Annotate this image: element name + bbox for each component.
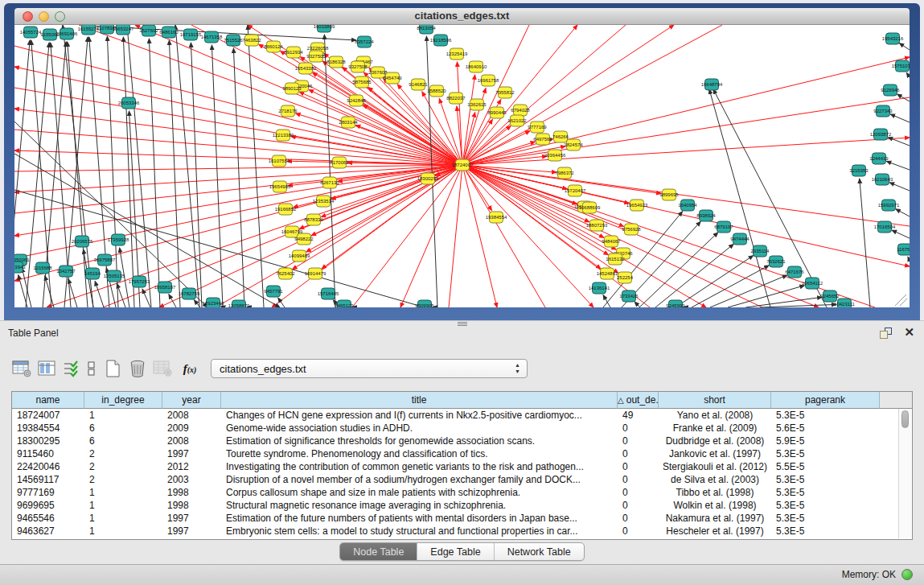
column-header-name[interactable]: name — [12, 392, 84, 409]
cell-pagerank[interactable]: 5.3E-5 — [771, 473, 880, 486]
select-all-columns-button[interactable] — [61, 359, 81, 379]
cell-title[interactable]: Corpus callosum shape and size in male p… — [221, 486, 618, 499]
column-header-pagerank[interactable]: pagerank — [771, 392, 880, 409]
cell-short[interactable]: Yano et al. (2008) — [659, 409, 771, 422]
table-row[interactable]: 969969511998Structural magnetic resonanc… — [12, 499, 898, 512]
float-panel-button[interactable] — [880, 328, 892, 339]
column-header-short[interactable]: short — [659, 392, 771, 409]
table-row[interactable]: 1830029562008Estimation of significance … — [12, 435, 898, 447]
cell-pagerank[interactable]: 5.6E-5 — [771, 422, 880, 435]
cell-year[interactable]: 2008 — [162, 435, 221, 447]
cell-out_degree[interactable]: 0 — [618, 447, 659, 460]
cell-in_degree[interactable]: 2 — [84, 460, 162, 473]
table-row[interactable]: 977716911998Corpus callosum shape and si… — [12, 486, 898, 499]
cell-name[interactable]: 9465546 — [12, 512, 84, 525]
cell-short[interactable]: de Silva et al. (2003) — [659, 473, 771, 486]
tab-network-table[interactable]: Network Table — [495, 543, 584, 560]
column-header-year[interactable]: year — [162, 392, 221, 409]
cell-short[interactable]: Franke et al. (2009) — [659, 422, 771, 435]
cell-year[interactable]: 2012 — [162, 460, 221, 473]
cell-title[interactable]: Disruption of a novel member of a sodium… — [221, 473, 618, 486]
cell-in_degree[interactable]: 1 — [84, 486, 162, 499]
cell-name[interactable]: 19384554 — [12, 422, 84, 435]
cell-title[interactable]: Investigating the contribution of common… — [221, 460, 618, 473]
cell-short[interactable]: Stergiakouli et al. (2012) — [659, 460, 771, 473]
function-builder-button[interactable]: f(x) — [177, 362, 203, 376]
table-selector-dropdown[interactable]: citations_edges.txt ▲▼ — [211, 359, 528, 378]
cell-name[interactable]: 18724007 — [12, 409, 84, 422]
cell-name[interactable]: 9777169 — [12, 486, 84, 499]
cell-out_degree[interactable]: 0 — [618, 473, 659, 486]
cell-title[interactable]: Estimation of significance thresholds fo… — [221, 435, 618, 447]
cell-short[interactable]: Wolkin et al. (1998) — [659, 499, 771, 512]
cell-pagerank[interactable]: 5.3E-5 — [771, 486, 880, 499]
cell-in_degree[interactable]: 1 — [84, 499, 162, 512]
cell-in_degree[interactable]: 1 — [84, 512, 162, 525]
cell-name[interactable]: 9699695 — [12, 499, 84, 512]
cell-in_degree[interactable]: 1 — [84, 525, 162, 538]
cell-year[interactable]: 1997 — [162, 525, 221, 538]
cell-name[interactable]: 22420046 — [12, 460, 84, 473]
cell-out_degree[interactable]: 0 — [618, 499, 659, 512]
cell-name[interactable]: 18300295 — [12, 435, 84, 447]
delete-table-button[interactable] — [152, 359, 172, 379]
cell-name[interactable]: 9115460 — [12, 447, 84, 460]
cell-out_degree[interactable]: 0 — [618, 486, 659, 499]
table-row[interactable]: 1456911722003Disruption of a novel membe… — [12, 473, 898, 486]
show-columns-button[interactable] — [36, 359, 56, 379]
table-row[interactable]: 911546021997Tourette syndrome. Phenomeno… — [12, 447, 898, 460]
unselect-columns-button[interactable] — [86, 359, 97, 379]
cell-out_degree[interactable]: 0 — [618, 422, 659, 435]
cell-short[interactable]: Dudbridge et al. (2008) — [659, 435, 771, 447]
cell-year[interactable]: 2003 — [162, 473, 221, 486]
cell-in_degree[interactable]: 6 — [84, 422, 162, 435]
column-header-title[interactable]: title — [221, 392, 618, 409]
cell-in_degree[interactable]: 6 — [84, 435, 162, 447]
cell-in_degree[interactable]: 2 — [84, 473, 162, 486]
network-graph-canvas[interactable]: 1872400714055724915506120691406161552762… — [14, 25, 910, 307]
cell-pagerank[interactable]: 5.3E-5 — [771, 499, 880, 512]
table-row[interactable]: 2242004622012Investigating the contribut… — [12, 460, 898, 473]
cell-pagerank[interactable]: 5.9E-5 — [771, 435, 880, 447]
tab-edge-table[interactable]: Edge Table — [417, 543, 494, 560]
cell-name[interactable]: 14569117 — [12, 473, 84, 486]
cell-out_degree[interactable]: 0 — [618, 525, 659, 538]
cell-pagerank[interactable]: 5.5E-5 — [771, 460, 880, 473]
cell-year[interactable]: 1998 — [162, 499, 221, 512]
cell-year[interactable]: 2008 — [162, 409, 221, 422]
cell-short[interactable]: Nakamura et al. (1997) — [659, 512, 771, 525]
cell-year[interactable]: 1997 — [162, 447, 221, 460]
tab-node-table[interactable]: Node Table — [340, 543, 417, 560]
table-row[interactable]: 1938455462009Genome-wide association stu… — [12, 422, 898, 435]
column-header-in-degree[interactable]: in_degree — [84, 392, 162, 409]
cell-short[interactable]: Tibbo et al. (1998) — [659, 486, 771, 499]
cell-name[interactable]: 9463627 — [12, 525, 84, 538]
scrollbar-thumb[interactable] — [901, 410, 909, 428]
cell-short[interactable]: Jankovic et al. (1997) — [659, 447, 771, 460]
cell-title[interactable]: Estimation of the future numbers of pati… — [221, 512, 618, 525]
table-mode-button[interactable] — [11, 359, 31, 379]
cell-out_degree[interactable]: 0 — [618, 435, 659, 447]
cell-pagerank[interactable]: 5.3E-5 — [771, 512, 880, 525]
table-row[interactable]: 1872400712008Changes of HCN gene express… — [12, 409, 898, 422]
cell-pagerank[interactable]: 5.3E-5 — [771, 409, 880, 422]
cell-short[interactable]: Hescheler et al. (1997) — [659, 525, 771, 538]
cell-title[interactable]: Changes of HCN gene expression and I(f) … — [221, 409, 618, 422]
column-header-out-degree[interactable]: △out_de... — [618, 392, 659, 409]
cell-out_degree[interactable]: 0 — [618, 460, 659, 473]
cell-title[interactable]: Genome-wide association studies in ADHD. — [221, 422, 618, 435]
cell-year[interactable]: 2009 — [162, 422, 221, 435]
cell-pagerank[interactable]: 5.3E-5 — [771, 525, 880, 538]
cell-out_degree[interactable]: 0 — [618, 512, 659, 525]
delete-columns-button[interactable] — [127, 359, 147, 379]
cell-year[interactable]: 1998 — [162, 486, 221, 499]
cell-title[interactable]: Embryonic stem cells: a model to study s… — [221, 525, 618, 538]
close-panel-button[interactable]: ✕ — [904, 326, 914, 339]
create-column-button[interactable] — [102, 359, 122, 379]
cell-title[interactable]: Tourette syndrome. Phenomenology and cla… — [221, 447, 618, 460]
table-scrollbar[interactable] — [898, 409, 911, 538]
table-row[interactable]: 946362711997Embryonic stem cells: a mode… — [12, 525, 898, 538]
cell-in_degree[interactable]: 1 — [84, 409, 162, 422]
cell-in_degree[interactable]: 2 — [84, 447, 162, 460]
cell-title[interactable]: Structural magnetic resonance image aver… — [221, 499, 618, 512]
